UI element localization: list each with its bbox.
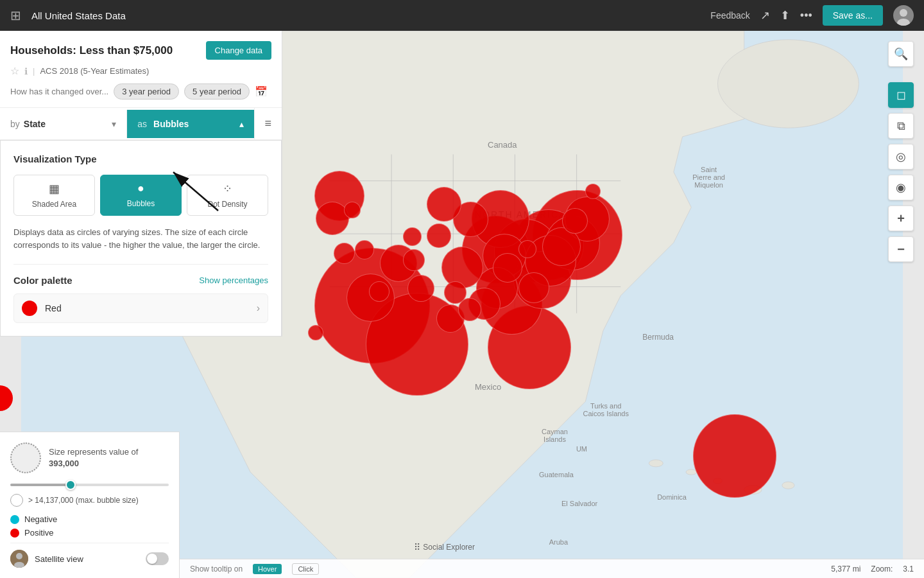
legend-size-text: Size represents value of 393,000: [49, 446, 138, 469]
legend-max-row: > 14,137,000 (max. bubble size): [10, 494, 169, 507]
more-icon[interactable]: •••: [800, 9, 812, 22]
positive-dot: [10, 529, 19, 538]
svg-point-4: [649, 460, 663, 467]
compass-icon: ◎: [896, 150, 906, 164]
dataset-label: ACS 2018 (5-Year Estimates): [40, 66, 149, 76]
svg-point-8: [782, 482, 794, 489]
bubbles-icon: ●: [137, 182, 144, 195]
size-label: Size represents value of: [49, 447, 138, 457]
layer-button[interactable]: ⧉: [888, 113, 914, 139]
avatar[interactable]: [893, 5, 914, 26]
as-prefix: as: [137, 119, 147, 129]
legend-slider-row: [10, 484, 169, 486]
color-palette-header: Color palette Show percentages: [13, 275, 268, 286]
satellite-label: Satellite view: [35, 554, 139, 564]
color-name: Red: [45, 303, 257, 313]
layer-icon: ⧉: [897, 119, 905, 133]
dot-density-icon: ⁘: [223, 182, 232, 196]
change-data-button[interactable]: Change data: [206, 41, 271, 60]
data-header: Households: Less than $75,000 Change dat…: [0, 31, 282, 108]
legend-negative-row: Negative: [10, 514, 169, 524]
color-dot-red: [22, 301, 37, 316]
negative-label: Negative: [24, 514, 57, 524]
zoom-label: Zoom:: [871, 565, 893, 574]
um-label: UM: [576, 445, 587, 453]
dot-density-label: Dot Density: [207, 200, 247, 209]
target-icon: ◉: [896, 180, 906, 195]
bubbles-label: Bubbles: [127, 199, 155, 208]
satellite-toggle-thumb: [147, 554, 157, 564]
data-title: Households: Less than $75,000: [10, 44, 173, 57]
legend-size-circle: [10, 442, 41, 473]
show-percentages-link[interactable]: Show percentages: [199, 276, 268, 285]
period-row: How has it changed over... 3 year period…: [10, 83, 271, 100]
topbar-actions: Feedback ↗ ⬆ ••• Save as...: [710, 5, 914, 26]
color-row[interactable]: Red ›: [13, 293, 268, 323]
legend-max-circle: [10, 494, 23, 507]
zoom-out-button[interactable]: −: [888, 236, 914, 262]
north-america-label: NORTH AMERICA: [475, 209, 566, 220]
color-palette-section: Color palette Show percentages Red ›: [13, 264, 268, 323]
plus-icon: +: [897, 211, 905, 226]
size-value: 393,000: [49, 459, 79, 468]
shaded-icon: ▦: [49, 182, 60, 196]
zoom-in-button[interactable]: +: [888, 206, 914, 231]
legend-slider-thumb[interactable]: [65, 480, 76, 490]
legend-slider[interactable]: [10, 484, 169, 486]
as-value: Bubbles: [153, 119, 189, 129]
el-salvador-label: El Salvador: [561, 500, 597, 507]
legend-max-text: > 14,137,000 (max. bubble size): [28, 496, 139, 505]
color-palette-title: Color palette: [13, 275, 73, 286]
viz-popup: Visualization Type ▦ Shaded Area ● Bubbl…: [0, 140, 282, 337]
svg-point-3: [718, 40, 859, 128]
period-5-button[interactable]: 5 year period: [184, 83, 250, 100]
topbar-title: All United States Data: [31, 10, 710, 21]
shaded-label: Shaded Area: [32, 200, 76, 209]
calendar-icon[interactable]: 📅: [255, 85, 268, 98]
compass-button[interactable]: ◎: [888, 144, 914, 170]
as-chevron-icon: ▴: [239, 119, 244, 129]
as-bubbles-selector[interactable]: as Bubbles ▴: [127, 110, 253, 138]
svg-point-7: [744, 486, 762, 495]
social-explorer-watermark: ⠿ Social Explorer: [414, 542, 475, 552]
topbar: ⊞ All United States Data Feedback ↗ ⬆ ••…: [0, 0, 924, 31]
map-view-button[interactable]: ◻: [888, 82, 914, 108]
star-icon[interactable]: ☆: [10, 65, 19, 77]
by-state-selector[interactable]: by State ▾: [0, 110, 127, 138]
positive-label: Positive: [24, 528, 54, 538]
st-pierre-label: SaintPierre andMiquelon: [692, 166, 725, 189]
feedback-link[interactable]: Feedback: [710, 10, 749, 21]
target-button[interactable]: ◉: [888, 175, 914, 200]
zoom-value: 3.1: [903, 565, 914, 574]
svg-point-6: [714, 478, 723, 484]
info-icon[interactable]: ℹ: [24, 66, 28, 76]
save-button[interactable]: Save as...: [823, 5, 883, 26]
period-3-button[interactable]: 3 year period: [114, 83, 179, 100]
export-icon[interactable]: ⬆: [780, 8, 790, 22]
grid-icon[interactable]: ⊞: [10, 8, 21, 23]
canada-label: Canada: [488, 140, 517, 150]
by-as-row: by State ▾ as Bubbles ▴ ≡: [0, 108, 282, 140]
data-meta: ☆ ℹ | ACS 2018 (5-Year Estimates): [10, 65, 271, 77]
dot-density-button[interactable]: ⁘ Dot Density: [187, 175, 268, 216]
viz-types: ▦ Shaded Area ● Bubbles ⁘ Dot Density: [13, 175, 268, 216]
by-chevron-icon: ▾: [112, 119, 116, 129]
svg-point-1: [897, 19, 910, 26]
click-button[interactable]: Click: [292, 563, 319, 575]
shaded-area-button[interactable]: ▦ Shaded Area: [13, 175, 95, 216]
distance-value: 5,377 mi: [831, 565, 860, 574]
menu-button[interactable]: ≡: [254, 108, 282, 139]
svg-point-5: [686, 469, 696, 475]
search-button[interactable]: 🔍: [888, 41, 914, 67]
legend-positive-row: Positive: [10, 528, 169, 538]
share-icon[interactable]: ↗: [760, 8, 770, 22]
minus-icon: −: [897, 242, 905, 257]
cayman-label: CaymanIslands: [542, 428, 568, 443]
satellite-toggle[interactable]: [146, 552, 169, 565]
svg-point-0: [900, 9, 907, 17]
turks-label: Turks andCaicos Islands: [583, 402, 629, 417]
bermuda-label: Bermuda: [642, 333, 674, 342]
hover-button[interactable]: Hover: [253, 564, 282, 574]
dominica-label: Dominica: [657, 493, 687, 501]
bubbles-button[interactable]: ● Bubbles: [100, 175, 182, 216]
